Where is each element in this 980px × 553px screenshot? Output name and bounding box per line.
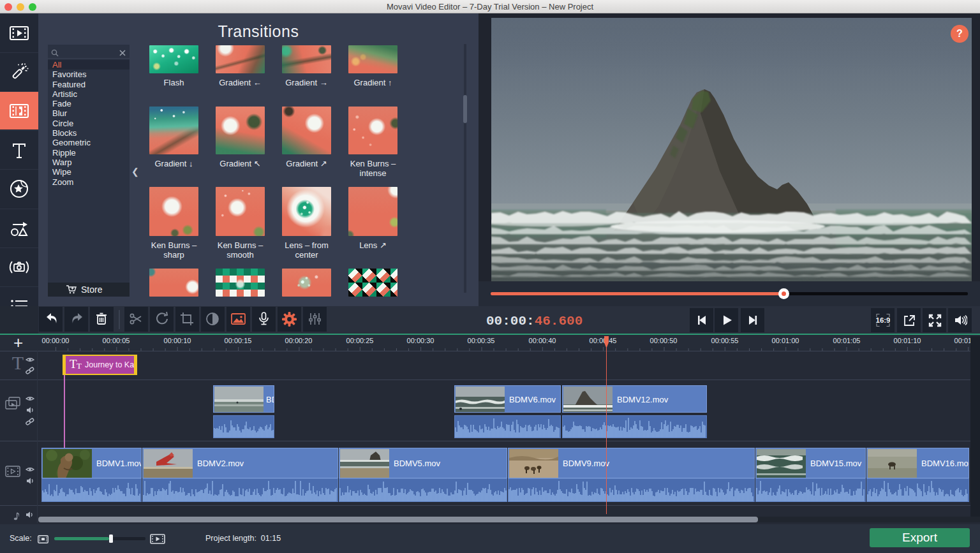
- svg-text:16:9: 16:9: [876, 316, 890, 324]
